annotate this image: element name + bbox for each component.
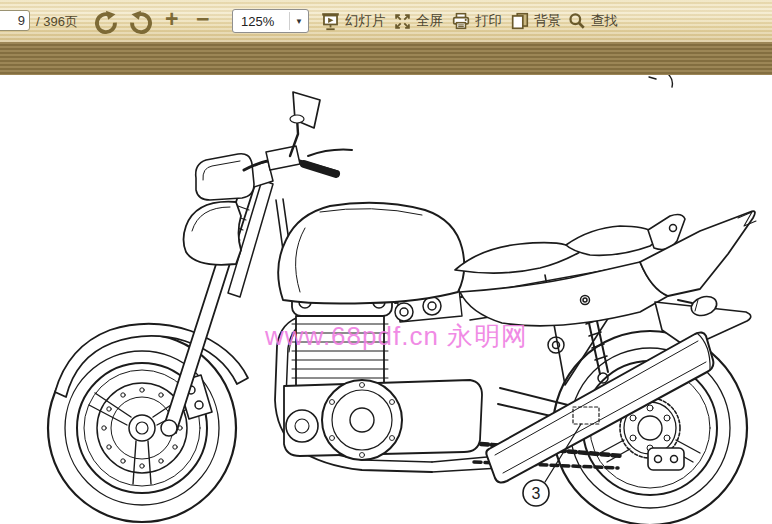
page-total-label: / 396页	[36, 13, 78, 31]
pdf-reader-window: / 396页 + − 125% ▼	[0, 0, 772, 524]
instrument-cluster	[196, 154, 254, 200]
slideshow-icon	[321, 12, 340, 31]
stray-mark	[667, 75, 672, 87]
sprocket-holes	[630, 405, 670, 451]
front-axle	[161, 420, 177, 436]
handlebar-assembly	[244, 92, 352, 174]
background-label: 背景	[534, 12, 561, 30]
print-label: 打印	[475, 12, 502, 30]
rider-seat	[455, 243, 580, 273]
engine	[284, 280, 482, 460]
rotate-right-icon	[127, 8, 154, 35]
callout-number: 3	[532, 485, 541, 502]
print-button[interactable]: 打印	[452, 7, 502, 35]
rotate-left-button[interactable]	[93, 7, 120, 35]
zoom-out-button[interactable]: −	[196, 5, 209, 33]
rotate-right-button[interactable]	[127, 7, 154, 35]
stray-mark	[649, 77, 656, 79]
background-icon	[511, 12, 529, 30]
fuel-tank	[278, 203, 464, 304]
fullscreen-label: 全屏	[416, 12, 443, 30]
toolbar: / 396页 + − 125% ▼	[0, 0, 772, 42]
background-button[interactable]: 背景	[511, 7, 561, 35]
zoom-level-select[interactable]: 125% ▼	[232, 9, 309, 33]
fullscreen-button[interactable]: 全屏	[394, 7, 443, 35]
brake-lever	[308, 150, 352, 156]
pdf-page: www.68pdf.cn 永明网	[0, 75, 772, 524]
headlight	[184, 202, 242, 265]
master-cylinder	[266, 146, 300, 170]
front-fender	[55, 324, 248, 397]
search-icon	[568, 12, 586, 30]
zoom-in-button[interactable]: +	[165, 5, 178, 33]
rear-brake-caliper	[648, 448, 684, 470]
chevron-down-icon: ▼	[290, 17, 308, 26]
watermark-text: www.68pdf.cn 永明网	[265, 319, 528, 354]
zoom-level-value: 125%	[233, 14, 289, 29]
print-icon	[452, 12, 470, 30]
page-number-input[interactable]	[0, 10, 30, 31]
motorcycle-diagram: 3	[0, 75, 772, 524]
slideshow-label: 幻灯片	[345, 12, 386, 30]
rotate-left-icon	[93, 8, 120, 35]
fullscreen-icon	[394, 13, 411, 30]
slideshow-button[interactable]: 幻灯片	[321, 7, 386, 35]
find-label: 查找	[591, 12, 618, 30]
find-button[interactable]: 查找	[568, 7, 618, 35]
toolbar-lower-band	[0, 42, 772, 75]
grip	[304, 164, 336, 174]
passenger-seat	[566, 226, 657, 255]
